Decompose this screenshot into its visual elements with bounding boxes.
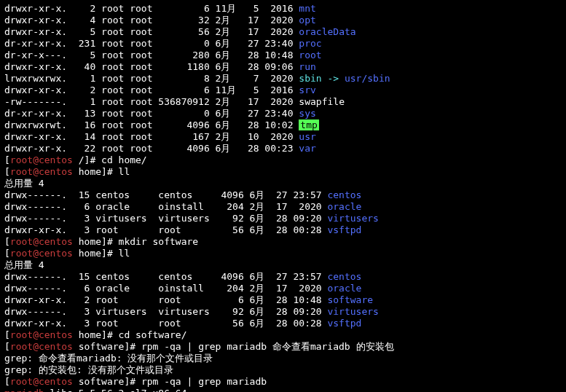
prompt-path: home — [79, 166, 101, 177]
dir-name: software — [327, 294, 373, 305]
dir-name: tmp — [299, 119, 318, 130]
pkg-rest: -libs-5.5.56-2.el7.x86_64 — [44, 388, 187, 392]
prompt-user: root — [10, 166, 33, 177]
prompt-user: root — [10, 248, 33, 259]
dir-name: sbin — [299, 73, 321, 84]
prompt-host: centos — [39, 236, 73, 247]
cmd-ll[interactable]: ll — [119, 166, 130, 177]
prompt-host: centos — [39, 341, 73, 352]
dir-name: vsftpd — [327, 318, 361, 329]
prompt-path: home — [79, 248, 101, 259]
prompt-path: home — [79, 236, 101, 247]
prompt-host: centos — [39, 154, 73, 165]
dir-name: oracle — [327, 201, 361, 212]
total-label: 总用量 4 — [4, 178, 44, 189]
dir-name: proc — [299, 38, 321, 49]
prompt-path: software — [79, 341, 125, 352]
prompt-host: centos — [39, 329, 73, 340]
prompt-host: centos — [39, 376, 73, 387]
dir-name: root — [299, 50, 321, 60]
cmd-cd-software[interactable]: cd software/ — [119, 329, 187, 340]
dir-name: centos — [327, 271, 361, 282]
cmd-cd-home[interactable]: cd home/ — [101, 154, 147, 165]
grep-error: grep: 命令查看mariadb: 没有那个文件或目录 — [4, 353, 213, 364]
dir-name: virtusers — [327, 306, 378, 317]
pkg-name: mariadb — [4, 388, 44, 392]
prompt-user: root — [10, 329, 33, 340]
dir-name: centos — [327, 189, 361, 200]
prompt-user: root — [10, 236, 33, 247]
dir-name: run — [299, 61, 315, 72]
prompt-host: centos — [39, 166, 73, 177]
prompt-user: root — [10, 376, 33, 387]
cmd-rpm-good[interactable]: rpm -qa | grep mariadb — [141, 376, 267, 387]
prompt-user: root — [10, 341, 33, 352]
dir-name: mnt — [299, 3, 315, 14]
terminal-output[interactable]: drwxr-xr-x. 2 root root 6 11月 5 2016 mnt… — [0, 0, 566, 392]
prompt-user: root — [10, 154, 33, 165]
grep-error: grep: 的安装包: 没有那个文件或目录 — [4, 364, 173, 375]
prompt-path: home — [79, 329, 101, 340]
symlink-target: usr/sbin — [345, 73, 390, 84]
prompt-path: software — [79, 376, 125, 387]
cmd-rpm-bad[interactable]: rpm -qa | grep mariadb 命令查看mariadb 的安装包 — [141, 341, 394, 352]
dir-name: vsftpd — [327, 224, 361, 235]
dir-name: sys — [299, 108, 315, 119]
cmd-ll[interactable]: ll — [119, 248, 130, 259]
dir-name: oracleData — [299, 26, 355, 37]
dir-name: srv — [299, 85, 315, 95]
cmd-mkdir[interactable]: mkdir software — [119, 236, 199, 247]
dir-name: opt — [299, 15, 315, 26]
prompt-host: centos — [39, 248, 73, 259]
total-label: 总用量 4 — [4, 259, 44, 270]
dir-name: usr — [299, 131, 315, 142]
prompt-path: / — [79, 154, 84, 165]
dir-name: oracle — [327, 283, 361, 294]
dir-name: var — [299, 143, 315, 154]
dir-name: virtusers — [327, 213, 378, 224]
dir-name: swapfile — [299, 96, 345, 107]
